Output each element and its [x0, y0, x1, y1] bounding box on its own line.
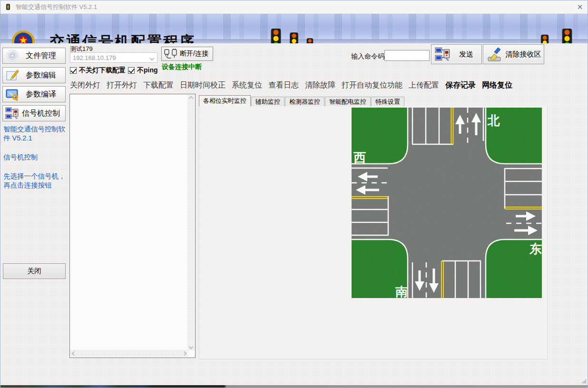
chevron-down-icon — [150, 56, 155, 61]
tab-special-settings[interactable]: 特殊设置 — [371, 97, 404, 106]
computers-icon — [5, 107, 20, 120]
menu-item-open-lights[interactable]: 打开外灯 — [107, 80, 137, 90]
pencil-icon — [5, 69, 20, 82]
menu-item-clear-fault[interactable]: 清除故障 — [305, 80, 335, 90]
close-app-button-label: 关闭 — [27, 267, 41, 276]
sidebar-info: 智能交通信号控制软件 V5.2.1 信号机控制 先选择一个信号机，再点击连接按钮 — [3, 125, 66, 200]
window-title: 智能交通信号控制软件 V5.2.1 — [16, 3, 97, 11]
clear-receive-area-button[interactable]: 清除接收区 — [483, 44, 544, 64]
menu-item-datetime-calibrate[interactable]: 日期时间校正 — [180, 80, 225, 90]
connect-disconnect-label: 断开/连接 — [180, 50, 208, 58]
command-menu: 关闭外灯 打开外灯 下载配置 日期时间校正 系统复位 查看日志 清除故障 打开自… — [70, 80, 550, 90]
menu-item-save-record[interactable]: 保存记录 — [445, 80, 476, 90]
close-app-button[interactable]: 关闭 — [3, 263, 66, 279]
no-lights-off-checkbox[interactable]: 不关灯下载配置 — [70, 66, 126, 75]
menu-item-upload-config[interactable]: 上传配置 — [409, 80, 439, 90]
tab-label: 特殊设置 — [375, 98, 400, 106]
police-badge-icon — [10, 30, 37, 43]
menu-item-auto-reset[interactable]: 打开自动复位功能 — [342, 80, 402, 90]
plug-connector-icon — [164, 48, 178, 60]
sidebar-button-label: 参数编译 — [20, 90, 62, 99]
sidebar-info-version: 智能交通信号控制软件 V5.2.1 — [3, 125, 66, 143]
scroll-down-icon[interactable] — [187, 343, 195, 350]
tab-label: 检测器监控 — [289, 98, 320, 106]
menu-item-download-config[interactable]: 下载配置 — [143, 80, 174, 90]
tab-label: 智能配电监控 — [329, 98, 366, 106]
sidebar-button-param-edit[interactable]: 参数编辑 — [2, 67, 66, 83]
sidebar-info-mode: 信号机控制 — [3, 153, 66, 162]
checkbox-box[interactable] — [128, 67, 135, 74]
scroll-up-icon[interactable] — [187, 95, 195, 102]
clear-receive-area-label: 清除接收区 — [503, 50, 544, 59]
menu-item-system-reset[interactable]: 系统复位 — [232, 80, 262, 90]
connection-status-text: 设备连接中断 — [162, 63, 202, 71]
sidebar-button-label: 参数编辑 — [20, 70, 62, 80]
noise-overlay — [352, 108, 542, 298]
close-icon[interactable]: ✕ — [571, 0, 588, 14]
vertical-scrollbar[interactable] — [187, 95, 195, 350]
command-code-label: 输入命令码 — [351, 52, 384, 61]
tab-label: 辅助监控 — [255, 98, 280, 106]
scroll-left-icon[interactable] — [70, 350, 78, 357]
no-lights-off-label: 不关灯下载配置 — [79, 66, 126, 75]
no-ping-checkbox[interactable]: 不ping — [128, 66, 158, 75]
tab-smart-power-monitor[interactable]: 智能配电监控 — [325, 97, 371, 106]
scroll-right-icon[interactable] — [181, 350, 188, 357]
send-button-label: 发送 — [451, 50, 481, 59]
titlebar: 智能交通信号控制软件 V5.2.1 ✕ — [0, 0, 588, 14]
banner-title: 交通信号机配置程序 — [50, 32, 196, 43]
send-button[interactable]: 发送 — [431, 44, 482, 64]
menu-item-network-reset[interactable]: 网络复位 — [482, 80, 512, 90]
sidebar-button-label: 信号机控制 — [20, 109, 62, 119]
connect-disconnect-button[interactable]: 断开/连接 — [161, 47, 213, 61]
sidebar-button-signal-control[interactable]: 信号机控制 — [2, 105, 66, 121]
ip-address-value: 192.168.10.179 — [73, 54, 116, 61]
horizontal-scrollbar[interactable] — [70, 350, 188, 357]
ip-address-select[interactable]: 192.168.10.179 — [70, 52, 157, 63]
compile-icon — [5, 88, 20, 101]
resize-grip[interactable] — [582, 379, 586, 383]
command-code-input[interactable] — [384, 50, 430, 61]
cd-icon — [5, 49, 20, 62]
computers-icon — [435, 47, 451, 62]
menu-item-view-log[interactable]: 查看日志 — [268, 80, 299, 90]
traffic-light-app-icon — [4, 3, 12, 11]
monitor-tabs: 各相位实时监控 辅助监控 检测器监控 智能配电监控 特殊设置 — [199, 95, 405, 106]
receive-area-listbox[interactable] — [69, 94, 196, 358]
sidebar-info-hint: 先选择一个信号机，再点击连接按钮 — [3, 172, 66, 190]
banner: 交通信号机配置程序 — [0, 14, 588, 43]
tab-label: 各相位实时监控 — [203, 97, 246, 105]
tab-detector-monitor[interactable]: 检测器监控 — [285, 97, 324, 106]
sidebar-button-param-compile[interactable]: 参数编译 — [2, 86, 66, 102]
sidebar-button-label: 文件管理 — [20, 51, 62, 61]
sidebar-button-file-management[interactable]: 文件管理 — [2, 48, 66, 64]
tab-auxiliary-monitor[interactable]: 辅助监控 — [251, 97, 284, 106]
menu-item-close-lights[interactable]: 关闭外灯 — [70, 80, 100, 90]
broom-icon — [487, 47, 503, 62]
checkbox-box[interactable] — [70, 67, 77, 74]
app-window: 智能交通信号控制软件 V5.2.1 ✕ 交通信号机配置程序 — [0, 0, 588, 388]
traffic-lights-decoration-right — [536, 29, 582, 43]
intersection-map: 北 西 东 南 — [352, 108, 542, 298]
no-ping-label: 不ping — [137, 66, 158, 75]
tab-realtime-phase-monitor[interactable]: 各相位实时监控 — [199, 95, 251, 106]
bottom-banner-strip — [0, 385, 588, 388]
traffic-lights-decoration-left — [270, 29, 319, 43]
